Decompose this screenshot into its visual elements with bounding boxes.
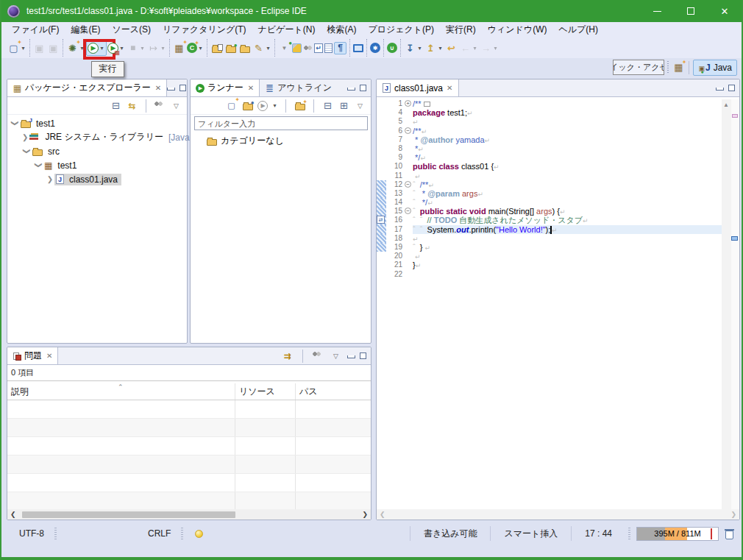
collapse-all-button[interactable]: [321, 100, 334, 112]
column-header-1[interactable]: リソース: [235, 383, 296, 400]
heap-status-widget[interactable]: 395M / 811M: [636, 527, 719, 541]
link-with-editor-button[interactable]: [126, 100, 138, 112]
sort-ascending-icon[interactable]: ⌃: [118, 383, 124, 391]
new-java-project-button[interactable]: [172, 40, 186, 56]
filter-button[interactable]: [281, 350, 294, 362]
menu-item-9[interactable]: ヘルプ(H): [552, 22, 604, 38]
last-edit-location-button[interactable]: [444, 40, 458, 56]
tab-runner[interactable]: ランナー ✕: [191, 79, 260, 96]
maximize-button[interactable]: [674, 0, 708, 22]
save-button[interactable]: [32, 40, 46, 56]
launch-folder-button[interactable]: [241, 100, 254, 112]
view-dropdown-icon[interactable]: [170, 100, 182, 112]
minimize-view-button[interactable]: [167, 85, 174, 91]
console-button[interactable]: [352, 43, 364, 54]
overview-marker-current[interactable]: [731, 236, 738, 241]
power-button[interactable]: [386, 41, 398, 54]
fold-expanded-icon[interactable]: −: [405, 127, 411, 134]
minimize-view-button[interactable]: [347, 85, 355, 91]
chevron-collapsed-icon[interactable]: ❯: [22, 133, 28, 141]
save-all-button[interactable]: [46, 40, 60, 56]
editor-body[interactable]: 1+/**4package test1;↵5↵6−/**↵7 * @author…: [377, 98, 739, 520]
chevron-expanded-icon[interactable]: ❯: [35, 161, 43, 170]
search-pen-button[interactable]: ▾: [252, 40, 272, 56]
menu-item-1[interactable]: 編集(E): [65, 22, 106, 38]
chevron-down-icon[interactable]: ▾: [492, 45, 499, 52]
highlighter-button[interactable]: [291, 42, 302, 54]
forward-button[interactable]: ▾: [479, 40, 500, 56]
scroll-left-icon[interactable]: ❮: [380, 511, 385, 518]
minimize-button[interactable]: [640, 0, 674, 22]
tab-class01-java[interactable]: class01.java ✕: [377, 79, 459, 96]
menu-item-5[interactable]: 検索(A): [321, 22, 362, 38]
settings-gear-button[interactable]: [369, 41, 381, 54]
menu-item-2[interactable]: ソース(S): [106, 22, 157, 38]
scroll-up-icon[interactable]: ▲: [723, 102, 729, 108]
view-menu-icon[interactable]: [154, 100, 166, 112]
scroll-left-icon[interactable]: ❮: [10, 511, 16, 518]
new-folder-button[interactable]: ✦: [294, 100, 306, 112]
code-area[interactable]: 1+/**4package test1;↵5↵6−/**↵7 * @author…: [377, 99, 722, 509]
chevron-down-icon[interactable]: ▾: [416, 45, 423, 52]
stop-button[interactable]: ▾: [126, 40, 146, 56]
close-icon[interactable]: ✕: [46, 352, 52, 360]
minimize-view-button[interactable]: [716, 85, 723, 91]
previous-annotation-button[interactable]: ▾: [424, 40, 444, 56]
scroll-right-icon[interactable]: ❯: [730, 511, 736, 518]
java-perspective-button[interactable]: J Java: [693, 60, 737, 76]
back-button[interactable]: ▾: [458, 40, 479, 56]
tree-item-src[interactable]: ❯src: [7, 144, 187, 158]
funnel-ball-button[interactable]: [277, 40, 291, 56]
menu-item-4[interactable]: ナビゲート(N): [252, 22, 321, 38]
chevron-down-icon[interactable]: ▾: [472, 45, 478, 52]
skip-breakpoints-button[interactable]: ▾: [146, 40, 167, 56]
open-perspective-icon[interactable]: [672, 61, 685, 74]
scrollbar-thumb[interactable]: [22, 511, 235, 518]
column-header-2[interactable]: パス: [296, 383, 371, 400]
beads-button[interactable]: [302, 43, 313, 53]
chevron-down-icon[interactable]: ▾: [20, 45, 26, 52]
chevron-collapsed-icon[interactable]: ❯: [46, 175, 54, 183]
maximize-view-button[interactable]: [360, 352, 366, 359]
runner-category-item[interactable]: カテゴリーなし: [191, 133, 371, 148]
fold-expanded-icon[interactable]: −: [405, 208, 411, 214]
run-external-button[interactable]: ▾: [107, 41, 126, 55]
editor-vertical-scrollbar[interactable]: ▲: [722, 99, 731, 509]
folded-region-box[interactable]: [424, 102, 430, 107]
next-annotation-button[interactable]: ▾: [403, 40, 424, 56]
run-button[interactable]: ▾実行: [86, 40, 107, 56]
tab-outline[interactable]: アウトライン: [260, 79, 337, 96]
tree-item-class01.java[interactable]: ❯class01.java: [7, 172, 187, 186]
open-resource-button[interactable]: [238, 40, 252, 56]
menu-item-8[interactable]: ウィンドウ(W): [482, 22, 553, 38]
filter-input[interactable]: [194, 116, 368, 130]
new-class-button[interactable]: ▾: [186, 41, 205, 54]
chevron-down-icon[interactable]: ▾: [437, 45, 444, 52]
chevron-down-icon[interactable]: ▾: [139, 45, 146, 52]
chevron-down-icon[interactable]: ▾: [271, 102, 278, 109]
menu-item-7[interactable]: 実行(R): [440, 22, 482, 38]
fold-expanded-icon[interactable]: −: [405, 181, 411, 188]
fold-collapsed-icon[interactable]: +: [405, 100, 411, 107]
new-launch-configuration-button[interactable]: [225, 100, 238, 112]
new-wizard-button[interactable]: ▾: [7, 40, 27, 56]
view-menu-icon[interactable]: [312, 350, 324, 362]
chevron-expanded-icon[interactable]: ❯: [23, 147, 31, 156]
menu-item-0[interactable]: ファイル(F): [6, 22, 65, 38]
menu-item-6[interactable]: プロジェクト(P): [362, 22, 440, 38]
maximize-view-button[interactable]: [728, 85, 735, 91]
pilcrow-button[interactable]: [333, 40, 347, 56]
close-icon[interactable]: ✕: [447, 84, 452, 92]
run-disabled-button[interactable]: [257, 101, 268, 111]
chevron-down-icon[interactable]: ▾: [265, 45, 271, 52]
tab-problems[interactable]: 問題 ✕: [7, 347, 58, 364]
open-type-button[interactable]: [210, 40, 224, 56]
tree-item-test1[interactable]: ❯test1: [7, 158, 187, 172]
chevron-down-icon[interactable]: ▾: [160, 45, 166, 52]
maximize-view-button[interactable]: [360, 85, 366, 91]
close-button[interactable]: ✕: [708, 0, 742, 22]
return-doc-button[interactable]: [313, 42, 324, 54]
close-icon[interactable]: ✕: [248, 84, 254, 92]
minimize-view-button[interactable]: [347, 352, 355, 359]
problems-horizontal-scrollbar[interactable]: ❮ ❯: [7, 509, 371, 520]
